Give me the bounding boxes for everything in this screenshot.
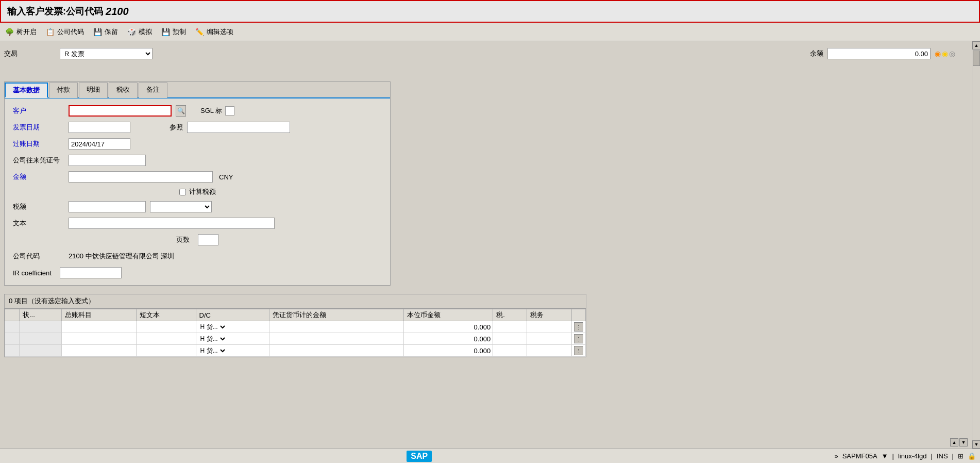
tabs: 基本数据 付款 明细 税收 备注 <box>5 82 390 98</box>
text-input[interactable] <box>69 218 275 229</box>
row3-doc-amount <box>269 345 404 357</box>
scroll-down-btn[interactable]: ▼ <box>972 440 980 449</box>
row2-dc-select[interactable]: H 贷... S 借... <box>198 335 227 343</box>
row1-local-amount: 0.000 <box>403 321 493 333</box>
toolbar-company-code[interactable]: 📋 公司代码 <box>45 27 84 37</box>
row2-local-amount: 0.000 <box>403 333 493 345</box>
posting-date-row: 过账日期 <box>13 138 382 150</box>
items-table: 状... 总账科目 短文本 D/C 凭证货币计的金额 本位币金额 税. 税务 <box>5 309 586 357</box>
calc-tax-row: 计算税额 <box>13 187 382 196</box>
sgl-checkbox[interactable] <box>225 106 234 115</box>
calc-tax-checkbox[interactable] <box>179 189 186 195</box>
tab-notes[interactable]: 备注 <box>139 82 167 98</box>
items-table-wrap: 状... 总账科目 短文本 D/C 凭证货币计的金额 本位币金额 税. 税务 <box>4 308 586 357</box>
scroll-left-btn[interactable]: ▲ <box>950 438 958 447</box>
row2-status <box>20 333 62 345</box>
balance-field[interactable]: 0.00 <box>827 48 931 59</box>
status-bar: SAP » SAPMF05A ▼ | linux-4lgd | INS | ⊞ … <box>0 449 980 463</box>
row1-dc: H 贷... S 借... <box>196 321 269 333</box>
amount-row: 金额 CNY <box>13 171 382 183</box>
ir-input[interactable] <box>60 267 122 278</box>
preset-icon: 💾 <box>160 27 171 37</box>
row2-match <box>5 333 20 345</box>
tab-basic[interactable]: 基本数据 <box>5 82 48 98</box>
scroll-up-btn[interactable]: ▲ <box>972 41 980 49</box>
tax-type-select[interactable] <box>150 201 212 212</box>
row3-handle-btn[interactable]: ⋮ <box>574 346 583 355</box>
customer-search-button[interactable]: 🔍 <box>176 105 186 117</box>
row2-text <box>136 333 196 345</box>
tab-payment[interactable]: 付款 <box>49 82 78 98</box>
table-header-row: 状... 总账科目 短文本 D/C 凭证货币计的金额 本位币金额 税. 税务 <box>5 309 586 321</box>
col-tax: 税务 <box>527 309 572 321</box>
save-icon: 💾 <box>92 27 103 37</box>
items-header-text: 0 项目（没有选定输入变式） <box>9 297 95 305</box>
amount-input[interactable] <box>69 171 213 183</box>
toolbar-save-label: 保留 <box>105 27 118 37</box>
status-separator-2: | <box>931 452 933 460</box>
toolbar-edit-options-label: 编辑选项 <box>207 27 233 37</box>
transaction-select[interactable]: R 发票 KR 发票 <box>60 48 153 59</box>
company-doc-input[interactable] <box>69 155 146 166</box>
row1-gl <box>62 321 137 333</box>
tax-label: 税额 <box>13 202 64 211</box>
tab-tax[interactable]: 税收 <box>109 82 138 98</box>
toolbar-save[interactable]: 💾 保留 <box>92 27 118 37</box>
main-area: 交易 R 发票 KR 发票 余额 0.00 ◉ ◉ ◎ 基本数据 付款 明细 税… <box>0 41 980 463</box>
page-row: 页数 <box>13 234 382 246</box>
bottom-scroll: ▲ ▼ <box>950 438 968 447</box>
table-row: H 贷... S 借... 0.000 ⋮ <box>5 345 586 357</box>
row3-gl <box>62 345 137 357</box>
customer-row: 客户 🔍 SGL 标 <box>13 105 382 117</box>
invoice-date-input[interactable] <box>69 122 130 133</box>
row1-text <box>136 321 196 333</box>
toolbar-tree-open[interactable]: 🌳 树开启 <box>4 27 37 37</box>
row2-dc: H 贷... S 借... <box>196 333 269 345</box>
row1-handle-btn[interactable]: ⋮ <box>574 322 583 332</box>
sap-logo: SAP <box>407 451 432 462</box>
status-separator-1: | <box>892 452 894 460</box>
posting-date-label: 过账日期 <box>13 139 64 148</box>
status-icon-2: 🔒 <box>968 452 976 460</box>
currency-label: CNY <box>219 173 233 181</box>
posting-date-input[interactable] <box>69 138 130 150</box>
items-header: 0 项目（没有选定输入变式） <box>4 294 586 308</box>
col-short-text: 短文本 <box>136 309 196 321</box>
col-status: 状... <box>20 309 62 321</box>
form-area: 客户 🔍 SGL 标 发票日期 参照 <box>5 98 390 285</box>
simulate-icon: 🎲 <box>126 27 137 37</box>
toolbar-preset[interactable]: 💾 预制 <box>160 27 186 37</box>
table-row: H 贷... S 借... 0.000 ⋮ <box>5 333 586 345</box>
col-match <box>5 309 20 321</box>
row2-gl <box>62 333 137 345</box>
ir-coefficient-row: IR coefficient <box>13 267 382 279</box>
tree-icon: 🌳 <box>4 27 14 37</box>
toolbar: 🌳 树开启 📋 公司代码 💾 保留 🎲 模拟 💾 预制 ✏️ 编辑选项 <box>0 23 980 41</box>
row1-tax <box>527 321 572 333</box>
balance-label: 余额 <box>810 49 823 58</box>
row1-dc-select[interactable]: H 贷... S 借... <box>198 323 227 331</box>
status-double-arrow: » <box>834 452 838 460</box>
col-doc-currency: 凭证货币计的金额 <box>269 309 404 321</box>
row2-handle: ⋮ <box>572 333 586 345</box>
row3-tax-dot <box>493 345 527 357</box>
right-scrollbar: ▲ ▼ <box>972 41 980 449</box>
scroll-right-btn[interactable]: ▼ <box>959 438 968 447</box>
row3-local-amount: 0.000 <box>403 345 493 357</box>
amount-label: 金额 <box>13 172 64 181</box>
reference-input[interactable] <box>187 122 290 133</box>
row1-tax-dot <box>493 321 527 333</box>
row3-status <box>20 345 62 357</box>
customer-input[interactable] <box>69 105 172 117</box>
page-input[interactable] <box>198 234 218 245</box>
tab-detail[interactable]: 明细 <box>79 82 108 98</box>
row3-dc-select[interactable]: H 贷... S 借... <box>198 346 227 355</box>
row2-handle-btn[interactable]: ⋮ <box>574 334 583 343</box>
toolbar-edit-options[interactable]: ✏️ 编辑选项 <box>194 27 233 37</box>
tax-input[interactable] <box>69 201 146 212</box>
company-doc-row: 公司往来凭证号 <box>13 154 382 167</box>
toolbar-simulate[interactable]: 🎲 模拟 <box>126 27 152 37</box>
company-code-info: 2100 中饮供应链管理有限公司 深圳 <box>69 252 174 261</box>
tax-row: 税额 <box>13 201 382 213</box>
row3-dc: H 贷... S 借... <box>196 345 269 357</box>
